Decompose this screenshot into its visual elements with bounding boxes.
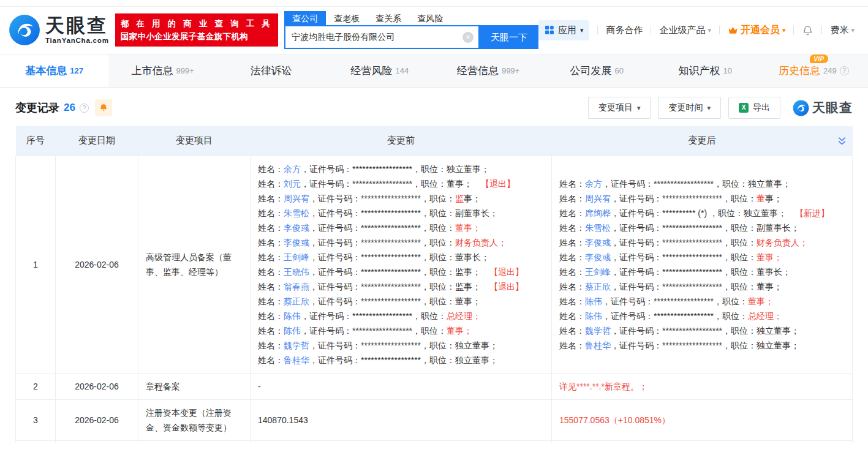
- tab-history-info[interactable]: VIP 历史信息 249 ?: [760, 55, 868, 87]
- change-highlight: 董: [757, 194, 765, 203]
- search-tab-boss[interactable]: 查老板: [326, 11, 368, 25]
- tab-company-development[interactable]: 公司发展 60: [543, 55, 651, 87]
- line-text: ，证件号码：******************，职位：董事；: [309, 296, 481, 306]
- person-name-link[interactable]: 李俊彧: [585, 238, 611, 247]
- tab-listing-info[interactable]: 上市信息 999+: [108, 55, 217, 87]
- apps-menu[interactable]: 应用 ▾: [538, 20, 590, 40]
- row-before-cell: -: [251, 373, 552, 399]
- tab-operational-risk[interactable]: 经营风险 144: [325, 55, 434, 87]
- nav-enterprise-label: 企业级产品: [659, 24, 705, 36]
- promo-banner-line2: 国家中小企业发展子基金旗下机构: [121, 30, 273, 43]
- change-record-table: 序号 变更日期 变更项目 变更前 变更后 1 2026-02-06 高级管理人员…: [15, 126, 853, 443]
- line-text: 姓名：: [559, 252, 585, 262]
- search-tab-company[interactable]: 查公司: [284, 11, 326, 25]
- tab-label: 知识产权: [679, 64, 720, 78]
- chevron-down-icon: ▾: [708, 26, 711, 34]
- row-date: 2026-02-06: [56, 156, 138, 373]
- person-name-link[interactable]: 余方: [284, 164, 301, 174]
- tab-count: 249: [823, 66, 837, 75]
- tab-intellectual-property[interactable]: 知识产权 10: [651, 55, 760, 87]
- person-name-link[interactable]: 朱雪松: [284, 208, 309, 218]
- excel-icon: X: [739, 103, 749, 113]
- line-text: 姓名：: [559, 267, 585, 277]
- row-change-item: 高级管理人员备案（董事、监事、经理等）: [138, 156, 251, 373]
- person-name-link[interactable]: 陈伟: [284, 326, 301, 336]
- filter-change-time-button[interactable]: 变更时间 ▾: [658, 97, 721, 119]
- search-tab-relation[interactable]: 查关系: [368, 11, 409, 25]
- top-header: 天眼查 TianYanCha.com 都 在 用 的 商 业 查 询 工 具 国…: [0, 0, 868, 54]
- person-name-link[interactable]: 魏学哲: [585, 326, 611, 336]
- tab-legal-proceedings[interactable]: 法律诉讼: [217, 55, 325, 87]
- person-name-link[interactable]: 魏学哲: [284, 340, 309, 350]
- person-name-link[interactable]: 蔡正欣: [585, 282, 611, 292]
- row-no: 2: [16, 373, 56, 399]
- person-name-link[interactable]: 鲁桂华: [284, 355, 309, 365]
- tab-label: 公司发展: [570, 64, 611, 78]
- line-text: 事；: [765, 194, 782, 203]
- line-text: 姓名：: [559, 238, 585, 247]
- person-name-link[interactable]: 鲁桂华: [585, 340, 611, 350]
- tab-count: 999+: [176, 66, 194, 75]
- row-no: 1: [16, 156, 56, 373]
- person-name-link[interactable]: 周兴宥: [585, 194, 611, 203]
- crown-icon: [728, 25, 738, 36]
- double-chevron-down-icon[interactable]: [837, 136, 847, 145]
- tianyancha-logo[interactable]: 天眼查 TianYanCha.com: [9, 14, 109, 46]
- line-text: 姓名：: [559, 179, 585, 189]
- row-no: 3: [16, 399, 56, 440]
- person-name-link[interactable]: 陈伟: [585, 311, 602, 321]
- subscribe-bell-button[interactable]: [95, 99, 112, 116]
- notification-bell-icon[interactable]: [802, 24, 813, 36]
- line-text: 姓名：: [559, 296, 585, 306]
- vip-badge: VIP: [810, 55, 828, 63]
- person-name-link[interactable]: 李俊彧: [585, 252, 611, 262]
- person-name-link[interactable]: 陈伟: [585, 296, 602, 306]
- change-highlight: 【退出】: [481, 267, 524, 277]
- line-text: 姓名：: [559, 340, 585, 350]
- person-name-link[interactable]: 席绚桦: [585, 208, 611, 218]
- help-icon[interactable]: ?: [840, 66, 849, 75]
- row-after-cell: 155077.0563（+10.0851%）: [552, 399, 853, 440]
- search-input-wrap: ✕: [284, 26, 480, 49]
- line-text: 姓名：: [258, 282, 284, 292]
- help-icon[interactable]: ?: [80, 103, 89, 113]
- person-name-link[interactable]: 刘元: [284, 179, 301, 189]
- search-tab-risk[interactable]: 查风险: [409, 11, 451, 25]
- tab-label: 上市信息: [132, 64, 173, 78]
- row-before-cell: 140870.1543: [251, 399, 552, 440]
- person-name-link[interactable]: 李俊彧: [284, 238, 309, 247]
- search-input[interactable]: [285, 26, 478, 48]
- chevron-down-icon: ▾: [782, 26, 786, 34]
- line-text: 姓名：: [559, 194, 585, 203]
- tab-business-info[interactable]: 经营信息 999+: [434, 55, 543, 87]
- nav-enterprise-products[interactable]: 企业级产品 ▾: [659, 24, 711, 36]
- open-vip-button[interactable]: 开通会员 ▾: [728, 24, 786, 37]
- table-row-partial: [16, 440, 853, 443]
- line-text: ，证件号码：******************，职位：董事；: [301, 179, 472, 189]
- row-date: 2026-02-06: [56, 399, 138, 440]
- search-button[interactable]: 天眼一下: [480, 26, 538, 49]
- user-menu[interactable]: 费米 ▾: [830, 24, 855, 36]
- person-name-link[interactable]: 余方: [585, 179, 602, 189]
- change-highlight: 董事；: [757, 252, 782, 262]
- nav-business-cooperation[interactable]: 商务合作: [606, 24, 643, 36]
- person-name-link[interactable]: 李俊彧: [284, 223, 309, 233]
- person-name-link[interactable]: 翁春燕: [284, 282, 309, 292]
- person-name-link[interactable]: 王晓伟: [284, 267, 309, 277]
- person-name-link[interactable]: 王剑峰: [585, 267, 611, 277]
- col-header-date: 变更日期: [56, 126, 138, 156]
- line-text: 姓名：: [258, 238, 284, 247]
- open-vip-label: 开通会员: [741, 24, 780, 37]
- filter-change-item-button[interactable]: 变更项目 ▾: [588, 97, 651, 119]
- change-highlight: 【退出】: [472, 179, 515, 189]
- person-name-link[interactable]: 王剑峰: [284, 252, 309, 262]
- person-name-link[interactable]: 朱雪松: [585, 223, 611, 233]
- username: 费米: [830, 24, 848, 36]
- clear-search-icon[interactable]: ✕: [462, 32, 474, 43]
- person-name-link[interactable]: 周兴宥: [284, 194, 309, 203]
- tab-basic-info[interactable]: 基本信息 127: [0, 55, 108, 87]
- export-button[interactable]: X 导出: [728, 97, 780, 119]
- person-name-link[interactable]: 陈伟: [284, 311, 301, 321]
- person-name-link[interactable]: 蔡正欣: [284, 296, 309, 306]
- change-highlight: 董事；: [455, 223, 481, 233]
